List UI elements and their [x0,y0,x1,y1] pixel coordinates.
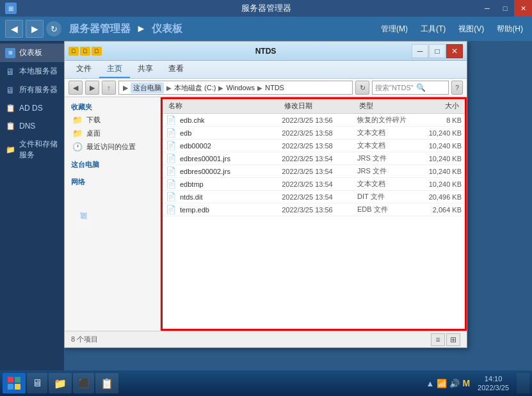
sidebar-label-adds: AD DS [19,104,43,113]
menu-view[interactable]: 视图(V) [455,22,488,36]
hide-panel-button[interactable]: 隐藏 [76,220,91,230]
window-title: 服务器管理器 [241,3,291,14]
search-placeholder: 搜索"NTDS" [375,83,414,93]
window-controls: ─ □ ✕ [478,0,532,17]
close-button[interactable]: ✕ [514,0,532,17]
tray-arrow-icon[interactable]: ▲ [426,379,435,388]
minimize-button[interactable]: ─ [478,0,496,17]
server-manager-window: ⊞ 服务器管理器 ─ □ ✕ ◀ ▶ ↻ 服务器管理器 ► 仪表板 管理(M) … [0,0,532,396]
folder-icon-1: 🗋 [69,47,79,56]
table-row[interactable]: 📄 temp.edb 2022/3/25 13:56 EDB 文件 2,064 … [161,203,467,216]
refresh-button[interactable]: ↻ [46,21,61,36]
taskbar-app-3[interactable]: ⬛ [73,373,94,393]
file-type-cell: EDB 文件 [357,205,415,214]
path-arrow-2: ▶ [218,84,223,91]
sidebar-label-dns: DNS [19,122,35,131]
taskbar-app-2[interactable]: 📁 [49,373,72,393]
taskbar-clock[interactable]: 14:10 2022/3/25 [474,374,513,393]
forward-button[interactable]: ▶ [26,20,44,38]
file-type-icon: 📄 [166,115,176,125]
maximize-button[interactable]: □ [496,0,514,17]
file-size-cell: 8 KB [415,116,462,124]
file-name-cell: 📄 ntds.dit [166,192,282,202]
file-type-cell: DIT 文件 [357,192,415,202]
sidebar-item-files[interactable]: 📁 文件和存储服务 [0,135,64,164]
nav-computer-header[interactable]: 这台电脑 [65,159,160,171]
nav-forward-button[interactable]: ▶ [85,81,99,95]
file-name-label: ntds.dit [180,193,202,201]
help-button[interactable]: ? [451,81,463,95]
file-size-cell: 10,240 KB [415,168,462,175]
sidebar-item-adds[interactable]: 📋 AD DS [0,99,64,117]
sidebar-item-all-servers[interactable]: 🖥 所有服务器 [0,81,64,99]
back-button[interactable]: ◀ [5,20,23,38]
taskbar-app-1[interactable]: 🖥 [27,373,47,393]
taskbar: 🖥 📁 ⬛ 📋 ▲ 📶 🔊 M 14:10 2022/3/25 [0,370,532,396]
file-name-label: edb00002 [180,142,211,150]
file-name-cell: 📄 edb [166,128,282,138]
table-row[interactable]: 📄 edb 2022/3/25 13:58 文本文档 10,240 KB [161,127,467,139]
tab-file[interactable]: 文件 [69,61,99,78]
menu-manage[interactable]: 管理(M) [377,22,412,36]
path-drive: 本地磁盘 (C:) [174,83,216,93]
col-header-size[interactable]: 大小 [415,100,462,112]
col-header-date[interactable]: 修改日期 [282,100,357,112]
explorer-title-icons: 🗋 🗋 🗋 [69,47,102,56]
table-row[interactable]: 📄 edb00002 2022/3/25 13:58 文本文档 10,240 K… [161,139,467,152]
col-header-name[interactable]: 名称 [166,100,282,112]
nav-item-desktop[interactable]: 📁 桌面 [65,127,160,140]
menu-tools[interactable]: 工具(T) [417,22,449,36]
refresh-path-button[interactable]: ↻ [355,81,369,95]
file-type-icon: 📄 [166,192,176,202]
tray-network-icon[interactable]: 📶 [437,379,447,388]
grid-view-btn[interactable]: ⊞ [446,333,460,346]
nav-up-button[interactable]: ↑ [102,81,116,95]
table-row[interactable]: 📄 ntds.dit 2022/3/25 13:54 DIT 文件 20,496… [161,191,467,203]
dns-icon: 📋 [5,121,15,131]
taskbar-app-4[interactable]: 📋 [95,373,118,393]
file-name-cell: 📄 edbres00001.jrs [166,154,282,163]
sidebar-item-local-server[interactable]: 🖥 本地服务器 [0,62,64,81]
nav-item-downloads[interactable]: 📁 下载 [65,113,160,127]
files-icon: 📁 [5,145,15,155]
start-button[interactable] [3,373,26,393]
nav-item-recent[interactable]: 🕐 最近访问的位置 [65,140,160,154]
path-segment-1: ▶ [123,84,128,92]
col-header-type[interactable]: 类型 [357,100,415,112]
explorer-close[interactable]: ✕ [446,44,463,58]
menu-help[interactable]: 帮助(H) [493,22,527,36]
tray-m-icon[interactable]: M [462,378,470,388]
file-date-cell: 2022/3/25 13:54 [282,180,357,188]
explorer-title: NTDS [255,47,277,56]
address-path[interactable]: ▶ 这台电脑 ▶ 本地磁盘 (C:) ▶ Windows ▶ NTDS [118,81,353,95]
sidebar-item-dashboard[interactable]: ⊞ 仪表板 [0,44,64,62]
nav-network-header[interactable]: 网络 [65,176,160,188]
file-name-label: edbres00001.jrs [180,155,230,162]
taskbar-app-icon-2: 📁 [54,377,67,390]
ribbon: 文件 主页 共享 查看 [65,61,467,79]
nav-back-button[interactable]: ◀ [69,81,83,95]
sidebar-item-dns[interactable]: 📋 DNS [0,117,64,135]
table-row[interactable]: 📄 edb.chk 2022/3/25 13:56 恢复的文件碎片 8 KB [161,114,467,127]
file-date-cell: 2022/3/25 13:54 [282,168,357,175]
tray-speaker-icon[interactable]: 🔊 [449,379,460,388]
table-row[interactable]: 📄 edbres00001.jrs 2022/3/25 13:54 JRS 文件… [161,152,467,165]
path-windows: Windows [226,84,255,91]
file-date-cell: 2022/3/25 13:54 [282,155,357,162]
tab-view[interactable]: 查看 [161,61,191,78]
explorer-minimize[interactable]: ─ [412,44,428,58]
show-desktop-button[interactable] [517,373,529,393]
table-row[interactable]: 📄 edbtmp 2022/3/25 13:54 文本文档 10,240 KB [161,178,467,191]
tab-share[interactable]: 共享 [130,61,161,78]
folder-icon-2: 🗋 [80,47,90,56]
file-name-label: edbtmp [180,180,204,188]
path-arrow-3: ▶ [257,84,262,91]
list-view-btn[interactable]: ≡ [431,333,445,346]
taskbar-app-icon-4: 📋 [101,377,113,390]
tab-home[interactable]: 主页 [99,61,130,78]
path-segment-computer: 这台电脑 [131,83,164,93]
table-row[interactable]: 📄 edbres00002.jrs 2022/3/25 13:54 JRS 文件… [161,165,467,178]
nav-favorites-header[interactable]: 收藏夹 [65,101,160,113]
explorer-maximize[interactable]: □ [429,44,446,58]
search-box[interactable]: 搜索"NTDS" 🔍 [372,81,449,95]
